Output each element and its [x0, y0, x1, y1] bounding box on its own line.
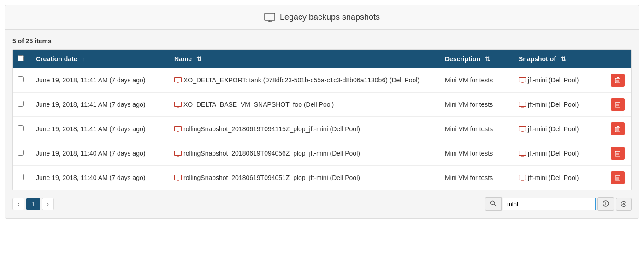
snapshot-of-cell: jft-mini (Dell Pool) [512, 141, 604, 166]
name-text: rollingSnapshot_20180619T094051Z_plop_jf… [183, 174, 360, 181]
trash-icon [615, 126, 620, 132]
delete-button[interactable] [611, 98, 625, 111]
svg-line-64 [494, 204, 496, 207]
search-icon [490, 200, 496, 207]
delete-cell [604, 68, 631, 93]
prev-page-button[interactable]: ‹ [12, 198, 24, 210]
svg-rect-30 [519, 126, 526, 131]
name-cell: rollingSnapshot_20180619T094115Z_plop_jf… [168, 117, 438, 141]
delete-cell [604, 141, 631, 166]
creation-date-cell: June 19, 2018, 11:40 AM (7 days ago) [30, 166, 168, 190]
sort-snapshot-icon: ⇅ [561, 55, 566, 63]
row-checkbox-cell [13, 68, 30, 93]
trash-icon [615, 174, 620, 181]
snapshot-vm-icon [519, 175, 526, 181]
clear-search-button[interactable] [616, 198, 632, 211]
name-cell: XO_DELTA_BASE_VM_SNAPSHOT_foo (Dell Pool… [168, 93, 438, 117]
pagination: ‹ 1 › [12, 198, 54, 210]
row-checkbox-cell [13, 141, 30, 166]
col-header-actions [604, 50, 631, 68]
vm-icon [174, 126, 182, 132]
page-wrapper: Legacy backups snapshots 5 of 25 items C… [5, 5, 639, 219]
vm-icon [174, 77, 182, 83]
delete-button[interactable] [611, 122, 625, 135]
row-checkbox-3[interactable] [18, 150, 24, 156]
table-container: Creation date ↑ Name ⇅ Description ⇅ S [12, 49, 632, 190]
snapshot-of-cell: jft-mini (Dell Pool) [512, 117, 604, 141]
snapshot-of-text: jft-mini (Dell Pool) [528, 150, 579, 157]
clear-icon [621, 201, 626, 207]
description-cell: Mini VM for tests [438, 141, 512, 166]
table-row: June 19, 2018, 11:41 AM (7 days ago)XO_D… [13, 93, 631, 117]
trash-icon [615, 101, 620, 108]
description-cell: Mini VM for tests [438, 93, 512, 117]
vm-icon [174, 151, 182, 157]
snapshot-of-cell: jft-mini (Dell Pool) [512, 68, 604, 93]
svg-rect-39 [175, 151, 182, 155]
svg-rect-0 [265, 13, 275, 20]
creation-date-cell: June 19, 2018, 11:41 AM (7 days ago) [30, 93, 168, 117]
description-cell: Mini VM for tests [438, 166, 512, 190]
search-button[interactable] [485, 197, 502, 211]
row-checkbox-cell [13, 166, 30, 190]
info-icon: i [603, 200, 609, 207]
svg-rect-3 [175, 77, 182, 82]
table-header-row: Creation date ↑ Name ⇅ Description ⇅ S [13, 50, 631, 68]
svg-rect-27 [175, 126, 182, 131]
name-cell: rollingSnapshot_20180619T094056Z_plop_jf… [168, 141, 438, 166]
next-page-button[interactable]: › [42, 198, 54, 210]
name-text: XO_DELTA_EXPORT: tank (078dfc23-501b-c55… [183, 76, 419, 84]
monitor-icon [264, 13, 275, 22]
info-button[interactable]: i [597, 197, 614, 211]
col-header-name[interactable]: Name ⇅ [168, 50, 438, 68]
svg-point-63 [491, 201, 495, 205]
delete-cell [604, 93, 631, 117]
content-area: 5 of 25 items Creation date ↑ Name [5, 30, 639, 218]
row-checkbox-2[interactable] [18, 125, 24, 131]
description-cell: Mini VM for tests [438, 68, 512, 93]
sort-name-icon: ⇅ [196, 55, 202, 63]
row-checkbox-1[interactable] [18, 101, 24, 107]
select-all-checkbox[interactable] [18, 55, 24, 61]
trash-icon [615, 77, 620, 83]
creation-date-cell: June 19, 2018, 11:41 AM (7 days ago) [30, 68, 168, 93]
sort-desc-icon: ⇅ [485, 55, 490, 63]
delete-button[interactable] [611, 171, 625, 184]
name-text: rollingSnapshot_20180619T094056Z_plop_jf… [183, 150, 360, 157]
col-header-snapshot-of[interactable]: Snapshot of ⇅ [512, 50, 604, 68]
vm-icon [174, 175, 182, 181]
select-all-checkbox-header[interactable] [13, 50, 30, 68]
snapshot-vm-icon [519, 77, 526, 83]
pagination-search-row: ‹ 1 › i [12, 197, 632, 211]
col-header-creation-date[interactable]: Creation date ↑ [30, 50, 168, 68]
current-page-button[interactable]: 1 [26, 198, 40, 210]
snapshot-of-text: jft-mini (Dell Pool) [528, 101, 579, 108]
delete-button[interactable] [611, 74, 625, 87]
col-header-description[interactable]: Description ⇅ [438, 50, 512, 68]
svg-rect-42 [519, 151, 526, 155]
snapshot-vm-icon [519, 151, 526, 157]
name-cell: XO_DELTA_EXPORT: tank (078dfc23-501b-c55… [168, 68, 438, 93]
description-cell: Mini VM for tests [438, 117, 512, 141]
snapshot-vm-icon [519, 102, 526, 108]
svg-rect-51 [175, 175, 182, 180]
row-checkbox-0[interactable] [18, 76, 24, 82]
delete-button[interactable] [611, 147, 625, 160]
snapshot-of-text: jft-mini (Dell Pool) [528, 125, 579, 133]
table-row: June 19, 2018, 11:40 AM (7 days ago)roll… [13, 166, 631, 190]
row-checkbox-cell [13, 93, 30, 117]
svg-rect-6 [519, 77, 526, 82]
table-row: June 19, 2018, 11:40 AM (7 days ago)roll… [13, 141, 631, 166]
svg-rect-18 [519, 102, 526, 106]
page-title: Legacy backups snapshots [280, 12, 380, 22]
snapshots-table: Creation date ↑ Name ⇅ Description ⇅ S [13, 50, 631, 190]
vm-icon [174, 102, 182, 108]
search-input[interactable] [503, 198, 596, 210]
page-header: Legacy backups snapshots [5, 5, 639, 30]
row-checkbox-4[interactable] [18, 174, 24, 180]
snapshot-of-cell: jft-mini (Dell Pool) [512, 93, 604, 117]
creation-date-cell: June 19, 2018, 11:41 AM (7 days ago) [30, 117, 168, 141]
svg-text:i: i [605, 202, 607, 206]
table-row: June 19, 2018, 11:41 AM (7 days ago)roll… [13, 117, 631, 141]
search-area: i [485, 197, 632, 211]
